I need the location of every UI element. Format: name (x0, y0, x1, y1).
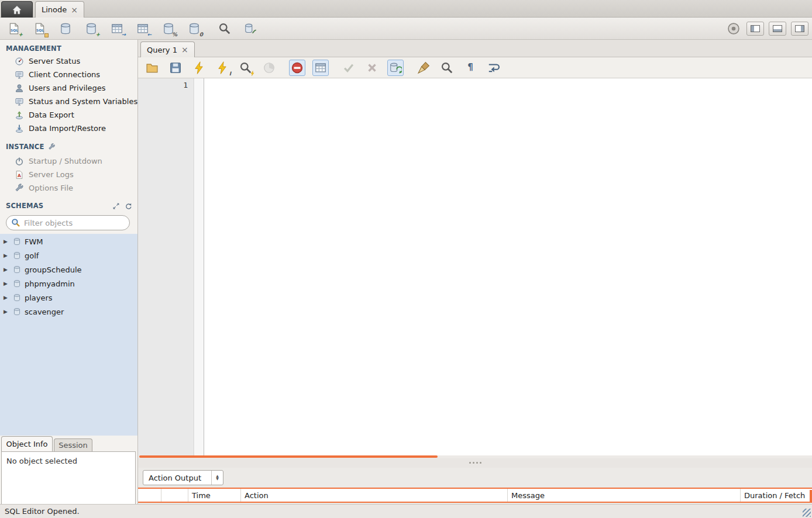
autocommit-toggle[interactable] (387, 60, 404, 76)
object-info-empty-text: No object selected (6, 457, 77, 465)
main-toolbar: + + → ← % 0 (0, 18, 812, 40)
refresh-schemas-icon[interactable] (125, 202, 132, 210)
reconnect-dbms-icon (244, 22, 257, 35)
open-script-button[interactable] (144, 60, 160, 76)
database-icon (13, 308, 21, 316)
output-vscrollbar-thumb[interactable] (810, 490, 812, 502)
sidebar-item-users-privileges[interactable]: Users and Privileges (0, 81, 138, 95)
invisible-characters-toggle[interactable]: ¶ (462, 60, 479, 76)
new-query-tab-button[interactable]: + (6, 20, 22, 37)
schema-row-players[interactable]: ▶ players (0, 291, 137, 305)
server-logs-icon (15, 170, 24, 179)
sidebar-item-system-variables[interactable]: Status and System Variables (0, 95, 138, 108)
create-view-button[interactable]: ← (135, 20, 151, 37)
chevron-right-icon[interactable]: ▶ (4, 253, 9, 258)
update-notifier-button[interactable] (725, 20, 742, 37)
chevron-right-icon[interactable]: ▶ (4, 281, 9, 286)
sidebar-item-options-file[interactable]: Options File (0, 181, 138, 195)
schema-row-groupschedule[interactable]: ▶ groupSchedule (0, 263, 137, 277)
toggle-right-sidebar-button[interactable] (791, 22, 808, 36)
sidebar-item-startup-shutdown[interactable]: Startup / Shutdown (0, 154, 138, 168)
chevron-right-icon[interactable]: ▶ (4, 295, 9, 301)
beautify-icon (417, 61, 430, 74)
schemata-button[interactable] (57, 20, 74, 37)
execute-current-statement-button[interactable]: I (214, 60, 230, 76)
tab-session[interactable]: Session (54, 438, 92, 451)
sidebar-item-server-status[interactable]: Server Status (0, 54, 138, 68)
sidebar-item-client-connections[interactable]: Client Connections (0, 68, 138, 81)
data-import-icon (15, 124, 24, 133)
toggle-output-panel-button[interactable] (769, 22, 786, 36)
output-col-message[interactable]: Message (508, 489, 741, 502)
home-tab[interactable] (1, 1, 33, 18)
splitter-grip-icon[interactable] (469, 462, 481, 464)
find-icon (441, 61, 453, 74)
result-grid-icon (314, 61, 327, 74)
schema-filter-box (6, 215, 130, 230)
output-col-index[interactable] (138, 489, 161, 502)
database-icon (13, 279, 21, 288)
resize-grip-icon[interactable] (803, 509, 811, 517)
rollback-button[interactable] (364, 60, 380, 76)
reconnect-dbms-button[interactable] (242, 20, 259, 37)
wrap-text-toggle[interactable] (486, 60, 502, 76)
search-table-data-button[interactable] (216, 20, 233, 37)
find-button[interactable] (439, 60, 455, 76)
sidebar-item-data-import[interactable]: Data Import/Restore (0, 122, 138, 135)
connection-tab-label: Linode (42, 5, 67, 14)
home-icon (12, 5, 22, 15)
stop-query-button[interactable] (261, 60, 277, 76)
search-icon (11, 218, 20, 227)
create-function-icon (188, 22, 201, 35)
connection-tab[interactable]: Linode × (35, 1, 84, 18)
options-file-icon (15, 184, 24, 193)
create-function-button[interactable]: 0 (186, 20, 202, 37)
editor-hscrollbar-thumb[interactable] (139, 455, 438, 458)
wrap-text-icon (487, 61, 500, 74)
close-icon[interactable]: × (71, 6, 78, 14)
sql-editor[interactable]: 1 (138, 78, 812, 455)
schema-row-scavenger[interactable]: ▶ scavenger (0, 305, 137, 319)
explain-button[interactable] (238, 60, 254, 76)
stop-on-error-toggle[interactable] (289, 60, 305, 76)
output-col-time[interactable]: Time (188, 489, 241, 502)
schema-row-fwm[interactable]: ▶ FWM (0, 234, 137, 248)
execute-button[interactable] (191, 60, 207, 76)
result-grid-toggle[interactable] (312, 60, 329, 76)
create-schema-button[interactable]: + (83, 20, 99, 37)
stepper-icon[interactable]: ▲ ▼ (211, 471, 223, 485)
output-type-select[interactable]: Action Output ▲ ▼ (143, 470, 223, 485)
create-table-button[interactable]: → (109, 20, 125, 37)
schema-filter-input[interactable] (24, 219, 125, 227)
expand-schemas-icon[interactable] (112, 202, 120, 210)
data-export-icon (15, 110, 24, 120)
schema-row-golf[interactable]: ▶ golf (0, 248, 137, 263)
sql-editor-toolbar: I ¶ (138, 57, 812, 78)
line-number: 1 (183, 81, 188, 89)
commit-button[interactable] (340, 60, 357, 76)
tab-object-info[interactable]: Object Info (1, 436, 53, 451)
chevron-right-icon[interactable]: ▶ (4, 309, 9, 315)
query-tab[interactable]: Query 1 × (140, 42, 195, 57)
save-script-button[interactable] (167, 60, 184, 76)
output-splitter[interactable] (138, 458, 812, 468)
output-col-status[interactable] (161, 489, 188, 502)
create-procedure-button[interactable]: % (160, 20, 177, 37)
output-col-duration[interactable]: Duration / Fetch (741, 489, 812, 502)
users-privileges-icon (15, 84, 24, 93)
beautify-button[interactable] (415, 60, 432, 76)
chevron-right-icon[interactable]: ▶ (4, 267, 9, 272)
database-icon (13, 265, 21, 274)
left-panel-icon (751, 25, 760, 32)
output-grid-header: Time Action Message Duration / Fetch (138, 488, 812, 503)
chevron-right-icon[interactable]: ▶ (4, 239, 9, 244)
database-icon (13, 237, 21, 246)
sidebar-item-data-export[interactable]: Data Export (0, 108, 138, 122)
toggle-left-sidebar-button[interactable] (746, 22, 764, 36)
execute-icon (192, 61, 205, 74)
sidebar-item-server-logs[interactable]: Server Logs (0, 168, 138, 181)
schema-row-phpmyadmin[interactable]: ▶ phpmyadmin (0, 277, 137, 291)
open-sql-script-button[interactable] (32, 20, 48, 37)
close-icon[interactable]: × (181, 46, 188, 54)
output-col-action[interactable]: Action (241, 489, 508, 502)
